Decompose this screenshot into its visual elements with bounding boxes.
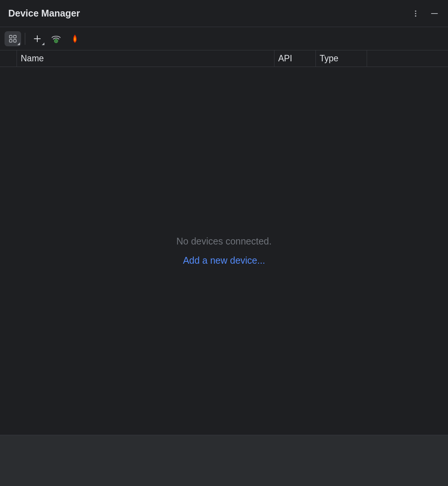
more-options-button[interactable] [409,7,422,20]
svg-rect-7 [14,39,16,42]
plus-icon [33,34,42,43]
wifi-add-icon [51,34,61,44]
table-header-row: Name API Type [0,50,448,67]
svg-rect-4 [9,35,12,38]
toolbar-separator [25,33,25,45]
add-new-device-link[interactable]: Add a new device... [183,255,265,266]
header-actions [409,7,441,20]
minimize-icon [430,9,439,18]
kebab-menu-icon [411,9,420,18]
dropdown-indicator-icon [17,43,20,45]
column-header-name[interactable]: Name [17,50,274,67]
panel-header: Device Manager [0,0,448,27]
device-explorer-button[interactable] [5,31,21,46]
dropdown-indicator-icon [42,43,44,45]
panel-footer [0,435,448,486]
firebase-button[interactable] [67,31,83,46]
column-header-handle[interactable] [0,50,17,67]
empty-state: No devices connected. Add a new device..… [0,67,448,435]
firebase-flame-icon [70,34,79,44]
minimize-button[interactable] [428,7,441,20]
svg-point-0 [415,10,416,12]
grid-icon [8,34,17,43]
empty-state-message: No devices connected. [177,236,272,247]
svg-point-2 [415,15,416,17]
column-header-type[interactable]: Type [315,50,367,67]
pair-wifi-button[interactable] [48,31,64,46]
toolbar [0,27,448,50]
column-header-api[interactable]: API [274,50,315,67]
add-device-button[interactable] [29,31,46,46]
column-header-actions[interactable] [367,50,448,67]
panel-title: Device Manager [8,8,80,19]
svg-point-1 [415,13,416,14]
svg-rect-5 [14,35,16,38]
svg-rect-6 [9,39,12,42]
